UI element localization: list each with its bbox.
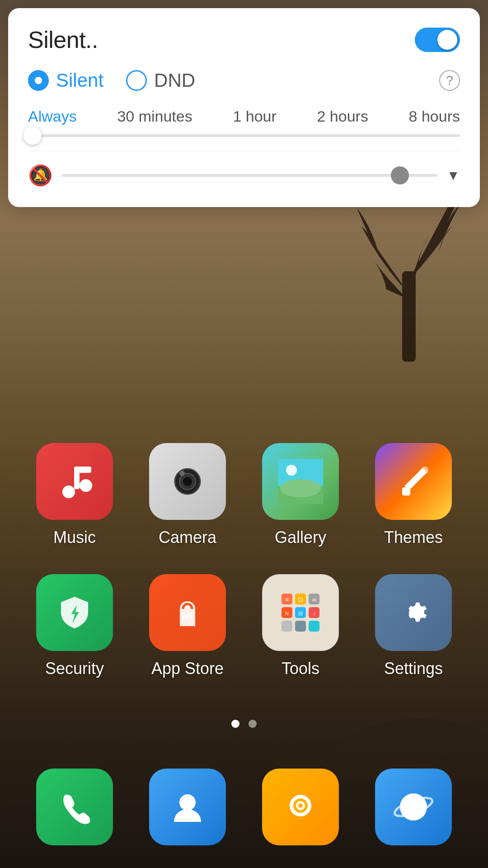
dock-contacts[interactable] xyxy=(149,769,226,845)
help-button[interactable]: ? xyxy=(439,70,460,91)
svg-point-18 xyxy=(421,467,428,474)
svg-rect-0 xyxy=(402,271,416,362)
camera-icon xyxy=(149,443,226,520)
svg-text:↓: ↓ xyxy=(313,610,315,617)
music-icon xyxy=(36,443,113,520)
contacts-icon xyxy=(149,769,226,845)
messages-icon xyxy=(262,769,339,845)
mute-bell-icon: 🔕 xyxy=(28,164,53,187)
tools-icon: ≡ ⊡ ✉ N ⊟ ↓ xyxy=(262,574,339,651)
security-icon xyxy=(36,574,113,651)
app-appstore[interactable]: MI App Store xyxy=(145,574,230,678)
silent-mode-option[interactable]: Silent xyxy=(28,70,103,91)
silent-radio xyxy=(28,70,49,91)
camera-label: Camera xyxy=(159,528,216,547)
volume-row: 🔕 ▼ xyxy=(28,151,460,187)
svg-text:⊡: ⊡ xyxy=(298,596,303,603)
duration-slider[interactable] xyxy=(28,134,460,137)
app-settings[interactable]: Settings xyxy=(371,574,456,678)
svg-rect-28 xyxy=(309,621,319,632)
dock-browser[interactable] xyxy=(375,769,452,845)
settings-label: Settings xyxy=(384,659,443,678)
dock-messages[interactable] xyxy=(262,769,339,845)
svg-text:≡: ≡ xyxy=(285,596,289,603)
phone-icon xyxy=(36,769,113,845)
music-label: Music xyxy=(53,528,96,547)
app-security[interactable]: Security xyxy=(32,574,117,678)
svg-text:✉: ✉ xyxy=(312,597,316,603)
page-dot-1[interactable] xyxy=(231,720,239,728)
svg-point-16 xyxy=(286,465,297,476)
page-dot-2[interactable] xyxy=(249,720,257,728)
app-music[interactable]: Music xyxy=(32,443,117,547)
duration-8hr[interactable]: 8 hours xyxy=(409,108,460,125)
svg-point-35 xyxy=(179,794,196,811)
toggle-knob xyxy=(437,30,457,50)
app-gallery[interactable]: Gallery xyxy=(258,443,343,547)
settings-icon xyxy=(375,574,452,651)
dock-phone[interactable] xyxy=(36,769,113,845)
browser-icon xyxy=(375,769,452,845)
appstore-label: App Store xyxy=(151,659,224,678)
svg-point-39 xyxy=(298,803,303,808)
security-label: Security xyxy=(45,659,104,678)
volume-fill xyxy=(62,174,400,177)
duration-selector: Always 30 minutes 1 hour 2 hours 8 hours xyxy=(28,108,460,125)
page-indicator xyxy=(0,720,488,728)
slider-track xyxy=(28,134,460,137)
app-grid: Music Camera xyxy=(0,443,488,705)
duration-30min[interactable]: 30 minutes xyxy=(117,108,192,125)
app-row-1: Music Camera xyxy=(18,443,470,547)
svg-point-15 xyxy=(280,479,321,497)
app-row-2: Security MI App Store xyxy=(18,574,470,678)
app-themes[interactable]: Themes xyxy=(371,443,456,547)
dock xyxy=(0,769,488,845)
silent-card: Silent.. Silent DND ? Always 30 minutes … xyxy=(8,8,480,207)
slider-thumb xyxy=(23,127,42,145)
dnd-mode-option[interactable]: DND xyxy=(126,70,195,91)
duration-1hr[interactable]: 1 hour xyxy=(233,108,276,125)
themes-label: Themes xyxy=(384,528,443,547)
app-camera[interactable]: Camera xyxy=(145,443,230,547)
duration-always[interactable]: Always xyxy=(28,108,77,125)
gallery-icon xyxy=(262,443,339,520)
svg-text:MI: MI xyxy=(182,610,193,622)
svg-rect-27 xyxy=(295,621,306,632)
svg-point-12 xyxy=(179,471,185,476)
volume-dropdown-icon[interactable]: ▼ xyxy=(446,168,460,183)
svg-rect-26 xyxy=(282,621,292,632)
svg-text:⊟: ⊟ xyxy=(298,610,303,617)
svg-point-11 xyxy=(183,477,192,486)
duration-2hr[interactable]: 2 hours xyxy=(317,108,368,125)
silent-label: Silent xyxy=(56,70,103,91)
svg-point-6 xyxy=(80,479,92,492)
svg-rect-17 xyxy=(402,487,410,495)
svg-point-5 xyxy=(62,486,75,498)
dnd-label: DND xyxy=(154,70,195,91)
svg-text:N: N xyxy=(285,611,289,616)
svg-point-42 xyxy=(404,797,423,817)
svg-rect-8 xyxy=(74,467,91,473)
silent-header: Silent.. xyxy=(28,26,460,53)
volume-slider[interactable] xyxy=(62,174,437,177)
tools-label: Tools xyxy=(282,659,319,678)
appstore-icon: MI xyxy=(149,574,226,651)
help-icon: ? xyxy=(446,73,453,88)
gallery-label: Gallery xyxy=(275,528,326,547)
app-tools[interactable]: ≡ ⊡ ✉ N ⊟ ↓ Tools xyxy=(258,574,343,678)
volume-thumb xyxy=(391,166,409,184)
silent-toggle[interactable] xyxy=(415,28,460,52)
silent-title: Silent.. xyxy=(28,26,98,53)
themes-icon xyxy=(375,443,452,520)
mode-selector: Silent DND ? xyxy=(28,70,460,91)
dnd-radio xyxy=(126,70,147,91)
